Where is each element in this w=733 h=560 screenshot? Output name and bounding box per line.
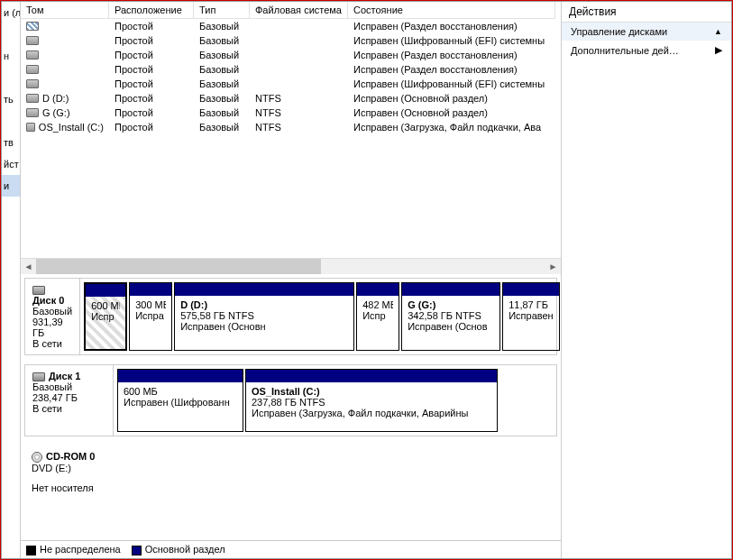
partition-header-bar xyxy=(86,284,125,297)
volume-table-header: ТомРасположениеТипФайловая системаСостоя… xyxy=(21,2,561,19)
partition[interactable]: 600 МБИсправен (Шифрованн xyxy=(117,369,243,432)
table-cell: Базовый xyxy=(194,92,250,105)
column-header[interactable]: Состояние xyxy=(348,2,555,19)
table-cell xyxy=(250,63,348,76)
volume-icon xyxy=(26,50,39,60)
table-row[interactable]: ПростойБазовыйИсправен (Раздел восстанов… xyxy=(21,19,561,33)
partition[interactable]: 482 МБИспр xyxy=(356,282,399,351)
table-cell: Исправен (Основной раздел) xyxy=(348,92,555,105)
legend-unallocated: Не распределена xyxy=(26,544,121,555)
legend-swatch-blue-icon xyxy=(132,546,142,555)
column-header[interactable]: Файловая система xyxy=(250,2,348,19)
legend-primary-label: Основной раздел xyxy=(145,544,225,555)
table-row[interactable]: ПростойБазовыйИсправен (Раздел восстанов… xyxy=(21,62,561,77)
partition[interactable]: 600 МБИспр xyxy=(84,282,127,351)
table-cell: Исправен (Шифрованный (EFI) системны xyxy=(348,34,555,47)
action-more-actions[interactable]: Дополнительные дей… ▶ xyxy=(562,41,731,60)
disk-icon xyxy=(32,286,45,295)
partition-body: 11,87 ГБИсправен (Р xyxy=(503,296,559,350)
left-strip-item[interactable] xyxy=(2,23,20,45)
table-cell: NTFS xyxy=(250,92,348,105)
actions-panel: Действия Управление дисками ▲ Дополнител… xyxy=(562,2,731,558)
disk-row: Диск 1Базовый238,47 ГБВ сети600 МБИсправ… xyxy=(24,364,557,436)
table-cell: Простой xyxy=(109,106,194,119)
partition-body: 600 МБИсправен (Шифрованн xyxy=(118,382,243,431)
table-cell: Базовый xyxy=(194,106,250,119)
partition[interactable]: G (G:)342,58 ГБ NTFSИсправен (Основ xyxy=(401,282,500,351)
left-strip-item[interactable]: йст xyxy=(2,153,20,175)
partition[interactable]: D (D:)575,58 ГБ NTFSИсправен (Основн xyxy=(174,282,354,351)
table-row[interactable]: ПростойБазовыйИсправен (Раздел восстанов… xyxy=(21,48,561,62)
column-header[interactable]: Том xyxy=(21,2,109,19)
column-header[interactable]: Тип xyxy=(194,2,250,19)
table-row[interactable]: ПростойБазовыйИсправен (Шифрованный (EFI… xyxy=(21,77,561,91)
legend-primary: Основной раздел xyxy=(132,544,225,555)
disk-partitions: 600 МБИспр300 МБИспраD (D:)575,58 ГБ NTF… xyxy=(80,279,561,354)
table-cell: D (D:) xyxy=(21,92,109,105)
table-row[interactable]: D (D:)ПростойБазовыйNTFSИсправен (Основн… xyxy=(21,91,561,106)
table-cell: Простой xyxy=(109,78,194,90)
disk-info[interactable]: CD-ROM 0DVD (E:)Нет носителя xyxy=(24,445,557,518)
partition-header-bar xyxy=(402,283,499,296)
volume-icon xyxy=(26,108,39,117)
left-nav-strip: и (лнтьтвйсти xyxy=(2,2,21,558)
table-cell: Исправен (Загрузка, Файл подкачки, Ава xyxy=(348,121,555,133)
table-cell: NTFS xyxy=(250,121,348,133)
partition-body: 300 МБИспра xyxy=(130,296,171,350)
table-cell xyxy=(250,49,348,61)
partition[interactable]: OS_Install (C:)237,88 ГБ NTFSИсправен (З… xyxy=(245,369,498,432)
scroll-track[interactable] xyxy=(36,259,545,274)
table-cell xyxy=(21,49,109,61)
scroll-left-arrow-icon[interactable]: ◄ xyxy=(21,259,36,274)
horizontal-scrollbar[interactable]: ◄ ► xyxy=(21,258,561,273)
partition-header-bar xyxy=(118,370,243,382)
table-cell: Базовый xyxy=(194,34,250,47)
table-row[interactable]: OS_Install (C:)ПростойБазовыйNTFSИсправе… xyxy=(21,120,561,134)
scroll-thumb[interactable] xyxy=(36,259,321,274)
legend-unallocated-label: Не распределена xyxy=(40,544,121,555)
left-strip-item[interactable]: тв xyxy=(2,132,20,153)
volume-table-body: ПростойБазовыйИсправен (Раздел восстанов… xyxy=(21,19,561,258)
action-more-actions-label: Дополнительные дей… xyxy=(571,45,679,56)
table-cell: Исправен (Шифрованный (EFI) системны xyxy=(348,78,555,90)
column-header[interactable]: Расположение xyxy=(109,2,194,19)
table-cell: Простой xyxy=(109,92,194,105)
table-row[interactable]: ПростойБазовыйИсправен (Шифрованный (EFI… xyxy=(21,33,561,48)
action-disk-management[interactable]: Управление дисками ▲ xyxy=(562,23,731,41)
table-cell xyxy=(21,34,109,47)
collapse-arrow-icon: ▲ xyxy=(714,27,722,36)
partition[interactable]: 300 МБИспра xyxy=(129,282,172,351)
volume-icon xyxy=(26,22,39,31)
left-strip-item[interactable] xyxy=(2,67,20,88)
partition-body: 482 МБИспр xyxy=(357,296,399,350)
scroll-right-arrow-icon[interactable]: ► xyxy=(545,259,561,274)
table-cell: Простой xyxy=(109,63,194,76)
legend: Не распределена Основной раздел xyxy=(21,540,561,558)
table-row[interactable]: G (G:)ПростойБазовыйNTFSИсправен (Основн… xyxy=(21,106,561,120)
left-strip-item[interactable]: ть xyxy=(2,88,20,110)
partition-body: D (D:)575,58 ГБ NTFSИсправен (Основн xyxy=(175,296,353,350)
table-cell: Базовый xyxy=(194,20,250,32)
disk-info[interactable]: Диск 1Базовый238,47 ГБВ сети xyxy=(25,365,114,436)
table-cell: Базовый xyxy=(194,63,250,76)
table-cell: Простой xyxy=(109,34,194,47)
table-cell: Исправен (Раздел восстановления) xyxy=(348,63,555,76)
left-strip-item[interactable] xyxy=(2,110,20,132)
table-cell xyxy=(250,34,348,47)
cd-icon xyxy=(32,452,42,463)
partition-body: OS_Install (C:)237,88 ГБ NTFSИсправен (З… xyxy=(246,382,497,431)
disk-info[interactable]: Диск 0Базовый931,39 ГБВ сети xyxy=(25,279,80,354)
partition-body: G (G:)342,58 ГБ NTFSИсправен (Основ xyxy=(402,296,499,350)
table-cell: Простой xyxy=(109,121,194,133)
partition[interactable]: 11,87 ГБИсправен (Р xyxy=(502,282,560,351)
table-cell: G (G:) xyxy=(21,106,109,119)
left-strip-item[interactable]: и (л xyxy=(2,2,20,23)
left-strip-item[interactable]: и xyxy=(2,175,20,197)
cdrom-row: CD-ROM 0DVD (E:)Нет носителя xyxy=(24,445,557,518)
table-cell xyxy=(21,63,109,76)
action-disk-management-label: Управление дисками xyxy=(571,26,667,37)
volume-icon xyxy=(26,94,39,103)
table-cell: Исправен (Раздел восстановления) xyxy=(348,49,555,61)
volume-icon xyxy=(26,79,39,88)
left-strip-item[interactable]: н xyxy=(2,45,20,67)
